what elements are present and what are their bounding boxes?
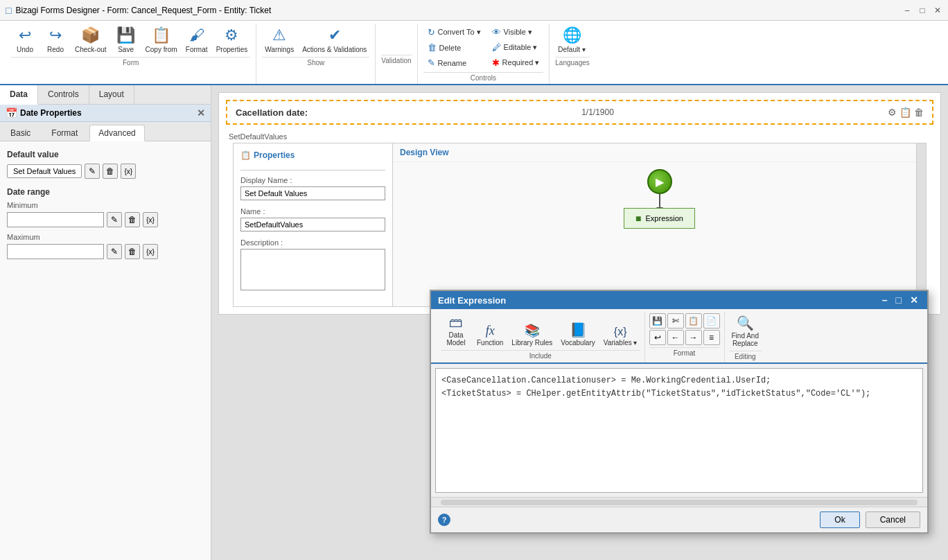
actions-validations-label: Actions & Validations [302, 46, 367, 53]
ok-button[interactable]: Ok [820, 511, 859, 528]
description-textarea[interactable] [240, 249, 385, 290]
dialog-toolbar: 🗃 DataModel fx Function 📚 Library Rules [431, 309, 927, 364]
expr-minimum-button[interactable]: {x} [143, 212, 158, 227]
variables-label: Variables ▾ [604, 339, 638, 347]
dialog-maximize-button[interactable]: □ [894, 295, 904, 306]
visible-button[interactable]: 👁 Visible ▾ [488, 25, 544, 40]
vocabulary-label: Vocabulary [561, 339, 595, 347]
displayname-field: Display Name : [240, 176, 385, 200]
design-scrollbar[interactable] [916, 143, 926, 306]
close-button[interactable]: ✕ [933, 6, 942, 15]
delete-minimum-button[interactable]: 🗑 [125, 212, 140, 227]
tab-data[interactable]: Data [0, 85, 38, 105]
design-view-tab[interactable]: Design View [393, 143, 926, 162]
name-input[interactable] [240, 218, 385, 231]
field-settings-icon[interactable]: ⚙ [888, 107, 897, 118]
props-inner-tabs: Basic Format Advanced [0, 122, 211, 141]
copyfrom-label: Copy from [146, 46, 177, 53]
date-props-close-button[interactable]: ✕ [197, 107, 205, 119]
convertto-button[interactable]: ↻ Convert To ▾ [423, 25, 485, 40]
required-button[interactable]: ✱ Required ▾ [488, 55, 544, 70]
minimum-input[interactable] [7, 212, 104, 227]
properties-label: Properties [216, 46, 248, 53]
edit-maximum-button[interactable]: ✎ [107, 244, 122, 259]
code-line-1: <CaseCancellation.Cancellationuser> = Me… [441, 374, 917, 387]
edit-minimum-button[interactable]: ✎ [107, 212, 122, 227]
copyfrom-button[interactable]: 📋 Copy from [143, 25, 180, 55]
warnings-button[interactable]: ⚠ Warnings [262, 25, 297, 55]
convertto-icon: ↻ [428, 27, 435, 37]
variables-icon: {x} [614, 326, 627, 338]
tab-layout[interactable]: Layout [89, 85, 134, 104]
maximize-button[interactable]: □ [918, 6, 927, 15]
copyfrom-icon: 📋 [152, 26, 170, 44]
edit-expression-dialog: Edit Expression – □ ✕ 🗃 [430, 290, 929, 534]
description-field: Description : [240, 238, 385, 292]
findreplace-button[interactable]: 🔍 Find AndReplace [729, 313, 762, 349]
delete-label: Delete [439, 44, 462, 52]
align-button[interactable]: ≡ [703, 330, 720, 345]
cut-button[interactable]: ✄ [667, 313, 684, 329]
edit-default-icon-button[interactable]: ✎ [85, 164, 100, 179]
default-language-button[interactable]: 🌐 Default ▾ [555, 25, 588, 55]
tab-format[interactable]: Format [42, 125, 87, 141]
rename-icon: ✎ [428, 58, 435, 68]
properties-tab-label[interactable]: Properties [254, 150, 295, 160]
convertto-label: Convert To ▾ [438, 28, 481, 37]
field-delete-icon[interactable]: 🗑 [914, 107, 924, 118]
displayname-label: Display Name : [240, 176, 385, 184]
libraryrules-button[interactable]: 📚 Library Rules [509, 322, 555, 348]
expr-maximum-button[interactable]: {x} [143, 244, 158, 259]
flow-expression-node[interactable]: ■ Expression [624, 208, 695, 229]
actions-validations-button[interactable]: ✔ Actions & Validations [299, 25, 369, 55]
maximum-input[interactable] [7, 244, 104, 259]
help-button[interactable]: ? [438, 514, 450, 526]
vocabulary-button[interactable]: 📘 Vocabulary [558, 320, 597, 348]
displayname-input[interactable] [240, 186, 385, 200]
properties-ribbon-button[interactable]: ⚙ Properties [213, 25, 251, 55]
copy-button[interactable]: 📋 [685, 313, 702, 329]
function-button[interactable]: fx Function [474, 322, 506, 348]
titlebar-title: Bizagi Forms Designer - Form: Cancel_Req… [15, 6, 271, 15]
minimize-button[interactable]: – [902, 6, 912, 15]
cancel-button[interactable]: Cancel [866, 511, 920, 528]
delete-default-icon-button[interactable]: 🗑 [103, 164, 118, 179]
expr-default-icon-button[interactable]: {x} [121, 164, 136, 179]
undo-expr-button[interactable]: ↩ [649, 330, 666, 345]
undo-button[interactable]: ↩ Undo [11, 25, 39, 55]
redo-button[interactable]: ↪ Redo [42, 25, 69, 55]
cancellation-date-label: Cacellation date: [236, 107, 308, 118]
paste-button[interactable]: 📄 [703, 313, 720, 329]
rename-button[interactable]: ✎ Rename [423, 55, 485, 70]
copyformat-button[interactable]: 🖌 Format [183, 25, 211, 55]
set-default-values-button[interactable]: Set Default Values [7, 164, 82, 178]
field-copy-icon[interactable]: 📋 [899, 107, 911, 118]
delete-maximum-button[interactable]: 🗑 [125, 244, 140, 259]
ribbon-form-label: Form [11, 57, 250, 69]
tab-controls[interactable]: Controls [38, 85, 89, 104]
dialog-scrollbar-h[interactable] [431, 497, 927, 507]
delete-button[interactable]: 🗑 Delete [423, 40, 485, 55]
default-language-icon: 🌐 [563, 26, 581, 44]
tab-basic[interactable]: Basic [1, 125, 40, 141]
ribbon-group-validation: Validation [376, 24, 417, 84]
scrollbar-track [441, 500, 918, 505]
editable-button[interactable]: 🖉 Editable ▾ [488, 40, 544, 55]
outdent-button[interactable]: ← [667, 330, 684, 345]
toolbar-format-group: 💾 ✄ 📋 📄 ↩ ← → ≡ [645, 312, 725, 362]
checkout-button[interactable]: 📦 Check-out [72, 25, 109, 55]
indent-button[interactable]: → [685, 330, 702, 345]
flow-canvas: ▶ ■ Expression [393, 162, 926, 252]
variables-button[interactable]: {x} Variables ▾ [601, 324, 640, 348]
dialog-close-button[interactable]: ✕ [908, 295, 920, 306]
save-expr-button[interactable]: 💾 [649, 313, 666, 329]
save-button[interactable]: 💾 Save [112, 25, 140, 55]
dialog-code-area[interactable]: <CaseCancellation.Cancellationuser> = Me… [435, 368, 923, 493]
flow-start-node[interactable]: ▶ [647, 169, 672, 194]
ribbon-group-show: ⚠ Warnings ✔ Actions & Validations Show [256, 24, 376, 84]
ribbon-group-languages: 🌐 Default ▾ Languages [550, 24, 595, 84]
dialog-minimize-button[interactable]: – [880, 295, 890, 306]
design-pane: Design View ▶ ■ Expression [393, 143, 926, 306]
datamodel-button[interactable]: 🗃 DataModel [441, 313, 471, 348]
tab-advanced[interactable]: Advanced [89, 125, 144, 141]
